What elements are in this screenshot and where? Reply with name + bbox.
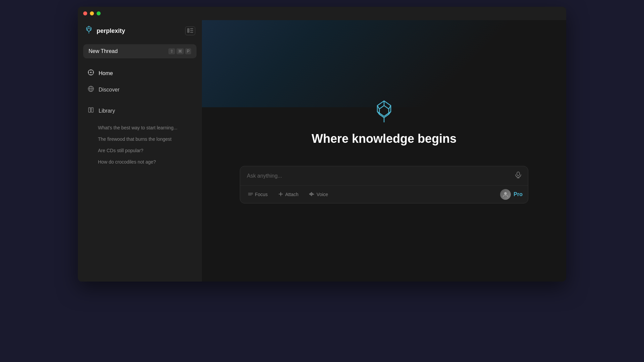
focus-button[interactable]: Focus	[246, 190, 270, 199]
tagline: Where knowledge begins	[312, 132, 457, 146]
svg-rect-9	[190, 32, 193, 33]
focus-icon	[248, 192, 253, 197]
new-thread-shortcuts: ⇧ ⌘ P	[168, 48, 191, 54]
shortcut-cmd: ⌘	[176, 48, 184, 54]
library-icon	[87, 107, 95, 115]
logo-icon	[85, 25, 93, 36]
user-avatar[interactable]	[500, 189, 511, 200]
svg-rect-38	[310, 193, 311, 195]
svg-point-11	[90, 72, 92, 73]
new-thread-label: New Thread	[89, 48, 118, 54]
pro-label: Pro	[514, 191, 523, 197]
search-container: Focus Attach	[240, 166, 528, 203]
sidebar-item-discover[interactable]: Discover	[80, 82, 199, 97]
attach-label: Attach	[285, 192, 299, 197]
shortcut-p: P	[185, 48, 191, 54]
voice-icon	[309, 192, 315, 197]
sidebar-header: perplexity	[78, 20, 202, 42]
main-content: Where knowledge begins	[202, 7, 566, 282]
search-input-area	[240, 166, 528, 185]
library-items-list: What's the best way to start learning...…	[78, 122, 202, 168]
sidebar-item-home[interactable]: Home	[80, 66, 199, 81]
pro-section: Pro	[500, 189, 523, 200]
shortcut-shift: ⇧	[168, 48, 175, 54]
sidebar: perplexity New Thread ⇧ ⌘ P	[78, 7, 202, 282]
svg-rect-39	[311, 192, 312, 196]
maximize-button[interactable]	[97, 11, 101, 15]
svg-rect-7	[190, 28, 193, 29]
svg-rect-6	[187, 28, 190, 33]
new-thread-button[interactable]: New Thread ⇧ ⌘ P	[83, 44, 197, 58]
library-item-3[interactable]: Are CDs still popular?	[80, 145, 199, 156]
voice-label: Voice	[317, 192, 328, 197]
attach-icon	[278, 192, 283, 197]
main-logo-icon	[371, 98, 397, 125]
svg-rect-37	[309, 193, 310, 195]
discover-label: Discover	[99, 87, 119, 93]
microphone-icon[interactable]	[515, 172, 521, 180]
search-toolbar: Focus Attach	[240, 185, 528, 203]
center-content: Where knowledge begins	[312, 98, 457, 146]
library-item-4[interactable]: How do crocodiles not age?	[80, 157, 199, 167]
attach-button[interactable]: Attach	[276, 190, 301, 199]
logo: perplexity	[85, 25, 125, 36]
svg-rect-20	[91, 108, 93, 112]
svg-rect-40	[312, 193, 313, 195]
sidebar-toggle-button[interactable]	[185, 26, 195, 35]
search-input[interactable]	[247, 173, 511, 179]
library-label: Library	[99, 108, 115, 114]
title-bar	[78, 7, 566, 20]
svg-rect-19	[89, 108, 91, 112]
logo-text: perplexity	[97, 27, 125, 35]
home-label: Home	[99, 70, 113, 76]
svg-rect-29	[517, 172, 520, 176]
library-item-1[interactable]: What's the best way to start learning...	[80, 122, 199, 133]
minimize-button[interactable]	[90, 11, 94, 15]
focus-label: Focus	[255, 192, 268, 197]
discover-icon	[87, 85, 95, 94]
svg-rect-8	[190, 30, 193, 31]
svg-rect-41	[313, 194, 314, 195]
sidebar-item-library[interactable]: Library	[80, 103, 199, 118]
home-icon	[87, 69, 95, 77]
voice-button[interactable]: Voice	[307, 190, 331, 198]
library-item-2[interactable]: The firewood that burns the longest	[80, 134, 199, 144]
close-button[interactable]	[83, 11, 87, 15]
